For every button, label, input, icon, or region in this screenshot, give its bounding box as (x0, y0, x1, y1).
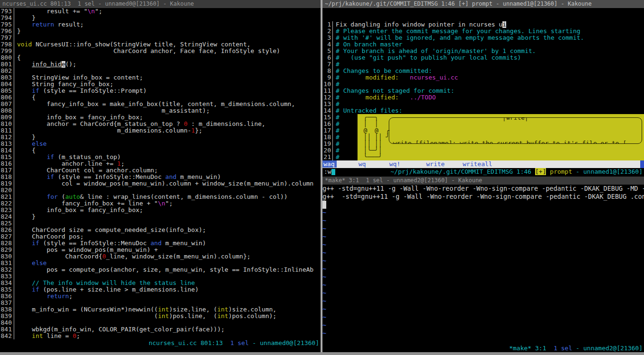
code-line[interactable]: 796} (0, 28, 321, 35)
menu-item-waq[interactable]: waq (323, 160, 358, 168)
code-line[interactable]: 811 m_dimensions.column-1}; (0, 127, 321, 134)
code-line[interactable]: 815 if (m_status_on_top) (0, 154, 321, 160)
code-line[interactable]: 805 if (style == InfoStyle::Prompt) (0, 88, 321, 94)
code-line[interactable]: 1Fix dangling info window pointer in ncu… (322, 21, 644, 28)
code-line[interactable]: 799 CharCoord anchor, Face face, InfoSty… (0, 48, 321, 54)
completion-menu[interactable]: waqwqwq!writewriteall (322, 160, 644, 168)
line-number: 809 (0, 114, 14, 121)
code-line[interactable]: 830 CharCoord{0_line, window_size(m_menu… (0, 253, 321, 260)
code-line[interactable]: 831 else (0, 260, 321, 266)
line-number: 7 (322, 61, 333, 68)
output-line[interactable]: g++ -std=gnu++11 -g -Wall -Wno-reorder -… (322, 185, 644, 193)
make-window-titlebar: *make* 3:1 1 sel - unnamed2@[21360] - Ka… (322, 177, 644, 185)
code-line[interactable]: 821 for (auto& line : wrap_lines(content… (0, 194, 321, 200)
code-line[interactable]: 839 (int)pos.line, (int)pos.column); (0, 313, 321, 320)
code-line[interactable]: 8# Changes to be committed: (322, 68, 644, 74)
code-line[interactable]: 11# Changes not staged for commit: (322, 88, 644, 94)
line-number: 798 (0, 41, 14, 48)
menu-scrollbar[interactable] (640, 160, 644, 168)
info-box-line: write [filename]: write the current buff… (393, 140, 642, 144)
code-line[interactable]: 826 CharCoord size = compute_needed_size… (0, 227, 321, 233)
menu-item-wq[interactable]: wq! (389, 160, 426, 168)
code-line[interactable]: 802 (0, 68, 321, 74)
command-prompt[interactable]: :w (324, 168, 335, 176)
line-number: 19 (322, 141, 333, 147)
code-line[interactable]: 829 pos = window_pos(m_menu_win) + (0, 247, 321, 253)
make-output-buffer[interactable]: g++ -std=gnu++11 -g -Wall -Wno-reorder -… (322, 185, 644, 345)
menu-item-write[interactable]: write (426, 160, 463, 168)
code-line[interactable]: 817 CharCount col = anchor.column; (0, 167, 321, 174)
code-line[interactable]: 820 (0, 187, 321, 194)
code-line[interactable]: 824 } (0, 213, 321, 220)
commit-window-titlebar: ~/prj/kakoune/.git/COMMIT_EDITMSG 1:46 [… (322, 0, 644, 8)
ncurses-ui-buffer[interactable]: 793 result += "\n";794 }795 return resul… (0, 8, 321, 339)
code-line[interactable]: 804 String fancy_info_box; (0, 81, 321, 88)
code-line[interactable]: 7# (322, 61, 644, 68)
code-line[interactable]: 4# On branch master (322, 41, 644, 48)
line-number: 799 (0, 48, 14, 54)
filler-line: ~ (322, 225, 644, 233)
code-line[interactable]: 818 if (style == InfoStyle::MenuDoc and … (0, 174, 321, 180)
code-line[interactable]: 794 } (0, 15, 321, 21)
line-number: 814 (0, 147, 14, 154)
code-line[interactable]: 833 (0, 273, 321, 280)
code-line[interactable]: 812 } (0, 134, 321, 141)
code-line[interactable]: 837 (0, 300, 321, 306)
cursor-line[interactable] (322, 201, 644, 209)
output-line[interactable]: g++ -std=gnu++11 -g -Wall -Wno-reorder -… (322, 193, 644, 201)
code-line[interactable]: 803 StringView info_box = content; (0, 74, 321, 81)
menu-item-wq[interactable]: wq (358, 160, 389, 168)
code-line[interactable]: 825 (0, 220, 321, 227)
code-line[interactable]: 840 (0, 320, 321, 326)
code-line[interactable]: 810 anchor = CharCoord{m_status_on_top ?… (0, 121, 321, 127)
code-line[interactable]: 806 { (0, 94, 321, 101)
code-line[interactable]: 838 m_info_win = (NCursesWin*)newwin((in… (0, 306, 321, 313)
code-line[interactable]: 6# (use "git push" to publish your local… (322, 54, 644, 61)
code-line[interactable]: 807 fancy_info_box = make_info_box(title… (0, 101, 321, 107)
line-number: 4 (322, 41, 333, 48)
code-line[interactable]: 823 info_box = fancy_info_box; (0, 207, 321, 213)
code-line[interactable]: 836 return; (0, 293, 321, 300)
code-line[interactable]: 828 if (style == InfoStyle::MenuDoc and … (0, 240, 321, 247)
code-line[interactable]: 3# with '#' will be ignored, and an empt… (322, 35, 644, 41)
code-line[interactable]: 827 CharCoord pos; (0, 233, 321, 240)
menu-item-writeall[interactable]: writeall (463, 160, 492, 168)
line-number: 9 (322, 74, 333, 81)
line-number: 8 (322, 68, 333, 74)
code-line[interactable]: 841 wbkgd(m_info_win, COLOR_PAIR(get_col… (0, 326, 321, 333)
line-number: 20 (322, 147, 333, 154)
code-line[interactable]: 842 int line = 0; (0, 333, 321, 339)
code-line[interactable]: 5# Your branch is ahead of 'origin/maste… (322, 48, 644, 54)
code-line[interactable]: 814 { (0, 147, 321, 154)
commit-message-buffer[interactable]: 1Fix dangling info window pointer in ncu… (322, 8, 644, 160)
code-line[interactable]: 9# modified: ncurses_ui.cc (322, 74, 644, 81)
cursor (322, 201, 326, 209)
code-line[interactable]: 797 (0, 35, 321, 41)
code-line[interactable]: 813 else (0, 141, 321, 147)
line-number: 805 (0, 88, 14, 94)
assistant-clippy-icon: ╭──╮ │ │ @ @ ╭ ││ ││ ╯ ││ ││ │╰─╯│ ╰───╯ (360, 114, 390, 160)
code-line[interactable]: 800{ (0, 54, 321, 61)
code-line[interactable]: 816 anchor.line += 1; (0, 160, 321, 167)
code-line[interactable]: 798void NCursesUI::info_show(StringView … (0, 41, 321, 48)
code-line[interactable]: 795 return result; (0, 21, 321, 28)
code-line[interactable]: 808 m_assistant); (0, 107, 321, 114)
line-number: 13 (322, 101, 333, 107)
code-line[interactable]: 819 col = window_pos(m_menu_win).column … (0, 180, 321, 187)
code-line[interactable]: 793 result += "\n"; (0, 8, 321, 15)
prompt-text: :w (324, 168, 331, 175)
code-line[interactable]: 822 fancy_info_box += line + "\n"; (0, 200, 321, 207)
code-line[interactable]: 809 info_box = fancy_info_box; (0, 114, 321, 121)
code-line[interactable]: 801 info_hide(); (0, 61, 321, 68)
commit-pane: ~/prj/kakoune/.git/COMMIT_EDITMSG 1:46 [… (322, 0, 644, 176)
code-line[interactable]: 834 // The info window will hide the sta… (0, 280, 321, 286)
code-line[interactable]: 14# Untracked files: (322, 107, 644, 114)
code-line[interactable]: 10# (322, 81, 644, 88)
code-line[interactable]: 12# modified: ../TODO (322, 94, 644, 101)
code-line[interactable]: 13# (322, 101, 644, 107)
code-line[interactable]: 832 pos = compute_pos(anchor, size, m_me… (0, 266, 321, 273)
code-line[interactable]: 2# Please enter the commit message for y… (322, 28, 644, 35)
code-line[interactable]: 835 if (pos.line + size.line > m_dimensi… (0, 286, 321, 293)
line-number: 838 (0, 306, 14, 313)
line-number: 815 (0, 154, 14, 160)
